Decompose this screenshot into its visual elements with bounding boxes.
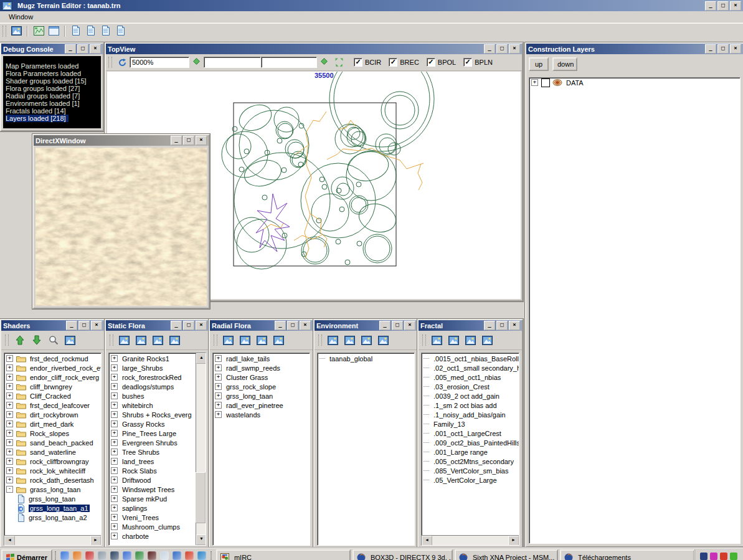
- checkbox-icon[interactable]: ✓: [389, 58, 397, 67]
- tree-item[interactable]: taanab_global: [318, 354, 414, 363]
- tree-item[interactable]: grss_long_taan_a2: [4, 513, 101, 522]
- tree-item[interactable]: .0015_oct1_nbias_BaseRollin: [422, 354, 519, 363]
- zoom-input[interactable]: [130, 57, 189, 68]
- taskbar-button[interactable]: Sixth XNA Project - MSM...: [455, 549, 558, 560]
- expand-icon[interactable]: +: [6, 402, 13, 409]
- close-button[interactable]: ×: [509, 44, 520, 54]
- image-button[interactable]: [220, 333, 237, 348]
- maximize-button[interactable]: □: [78, 321, 90, 330]
- tree-item[interactable]: +cliff_brwngrey: [4, 382, 101, 391]
- image-button[interactable]: [358, 333, 375, 348]
- tree-item[interactable]: +radl_swmp_reeds: [213, 363, 310, 373]
- maximize-button[interactable]: □: [183, 321, 194, 330]
- tray-icon-2[interactable]: [710, 553, 717, 560]
- image-button[interactable]: [341, 333, 358, 348]
- tree-item[interactable]: +dirt_rockybrown: [4, 410, 101, 419]
- arrow-up-button[interactable]: [11, 333, 28, 348]
- minimize-button[interactable]: _: [484, 44, 495, 54]
- close-button[interactable]: ×: [730, 44, 741, 54]
- tree-item[interactable]: +Granite Rocks1: [109, 354, 196, 363]
- toolbar-grip[interactable]: [2, 26, 6, 37]
- refresh-button[interactable]: [115, 55, 130, 69]
- expand-icon[interactable]: +: [111, 477, 118, 483]
- tree-item[interactable]: .085_VertColor_sm_bias: [422, 466, 519, 475]
- scroll-down-icon[interactable]: ▼: [196, 534, 206, 545]
- expand-icon[interactable]: +: [6, 392, 13, 399]
- expand-icon[interactable]: +: [215, 402, 222, 409]
- expand-icon[interactable]: +: [6, 430, 13, 437]
- toolbar-grip[interactable]: [318, 335, 322, 346]
- expand-icon[interactable]: +: [111, 402, 118, 409]
- close-button[interactable]: ×: [300, 321, 311, 330]
- tree-item[interactable]: .009_oct2_bias_PaintedHills_: [422, 438, 519, 447]
- tree-item[interactable]: +rock_lok_whitecliff: [4, 466, 101, 475]
- tree-item[interactable]: +Tree Shrubs: [109, 447, 196, 457]
- tree-item[interactable]: .05_VertColor_Large: [422, 475, 519, 485]
- quicklaunch-11[interactable]: [185, 551, 194, 560]
- close-button[interactable]: ×: [509, 321, 520, 330]
- close-button[interactable]: ×: [196, 321, 207, 330]
- minimize-button[interactable]: _: [484, 321, 495, 330]
- fractal-titlebar[interactable]: Fractal _□×: [419, 320, 522, 331]
- scroll-left-icon[interactable]: ◄: [4, 536, 15, 546]
- quicklaunch-1[interactable]: [60, 551, 69, 560]
- expand-icon[interactable]: +: [6, 374, 13, 381]
- quicklaunch-6[interactable]: [123, 551, 131, 560]
- horizontal-scrollbar[interactable]: ◄ ►: [4, 535, 101, 545]
- expand-icon[interactable]: +: [6, 420, 13, 427]
- quicklaunch-4[interactable]: [98, 551, 106, 560]
- expand-icon[interactable]: +: [111, 523, 118, 530]
- map-button[interactable]: [31, 24, 46, 38]
- tree-item[interactable]: +deadlogs/stumps: [109, 382, 196, 391]
- tree-item[interactable]: .001_Large range: [422, 447, 519, 457]
- expand-icon[interactable]: +: [111, 495, 118, 502]
- maximize-button[interactable]: □: [496, 321, 508, 330]
- expand-icon[interactable]: +: [111, 430, 118, 437]
- scroll-right-icon[interactable]: ►: [90, 536, 101, 546]
- tree-item[interactable]: +grss_long_taan: [213, 391, 310, 401]
- log-line[interactable]: Shader groups loaded [15]: [6, 77, 87, 85]
- expand-icon[interactable]: +: [111, 486, 118, 493]
- window-button[interactable]: [46, 24, 61, 38]
- maximize-button[interactable]: □: [287, 321, 298, 330]
- tree-item[interactable]: +Cliff_Cracked: [4, 391, 101, 401]
- quicklaunch-2[interactable]: [73, 551, 82, 560]
- tree-item[interactable]: Family_13: [422, 419, 519, 429]
- collapse-icon[interactable]: -: [6, 486, 13, 493]
- tree-item[interactable]: .005_med_oct1_nbias: [422, 373, 519, 382]
- expand-icon[interactable]: +: [111, 505, 118, 511]
- tree-item[interactable]: +radl_lake_tails: [213, 354, 310, 363]
- image-button[interactable]: [445, 333, 462, 348]
- quicklaunch-grip[interactable]: [55, 551, 56, 560]
- scroll-left-icon[interactable]: ◄: [422, 536, 432, 546]
- quicklaunch-12[interactable]: [197, 551, 206, 560]
- magnifier-button[interactable]: [45, 333, 62, 348]
- tree-item[interactable]: -grass_long_taan: [4, 485, 101, 494]
- close-button[interactable]: ×: [90, 44, 101, 54]
- tree-item[interactable]: +grss_rock_slope: [213, 382, 310, 391]
- tree-item[interactable]: +Driftwood: [109, 475, 196, 485]
- expand-icon[interactable]: +: [6, 477, 13, 483]
- debug-console-titlebar[interactable]: Debug Console _□×: [1, 44, 103, 54]
- shaders-titlebar[interactable]: Shaders _□×: [1, 320, 104, 331]
- log-line[interactable]: Flora Parameters loaded: [6, 70, 81, 77]
- expand-icon[interactable]: +: [215, 374, 222, 381]
- apply-zoom-icon[interactable]: [193, 58, 200, 67]
- minimize-button[interactable]: _: [66, 321, 77, 330]
- tree-item[interactable]: +Rock_slopes: [4, 429, 101, 438]
- minimize-button[interactable]: _: [705, 44, 716, 54]
- expand-icon[interactable]: +: [111, 514, 118, 521]
- expand-icon[interactable]: +: [215, 364, 222, 371]
- log-line[interactable]: Flora groups loaded [27]: [6, 85, 80, 92]
- expand-icon[interactable]: +: [111, 458, 118, 465]
- maximize-button[interactable]: □: [77, 44, 88, 54]
- layer-checkbox[interactable]: [541, 78, 550, 87]
- maximize-button[interactable]: □: [717, 1, 729, 11]
- tree-item[interactable]: +land_trees: [109, 457, 196, 466]
- tree-item[interactable]: .005_oct2Mtns_secondary: [422, 457, 519, 466]
- menu-window[interactable]: Window: [0, 12, 38, 22]
- tree-item[interactable]: +endor_cliff_rock_everg: [4, 373, 101, 382]
- taskband-grip[interactable]: [211, 551, 212, 560]
- taskbar-button[interactable]: BOX3D - DIRECTX 9 3d. ...: [353, 549, 453, 560]
- taskbar-button[interactable]: mIRC: [216, 549, 351, 560]
